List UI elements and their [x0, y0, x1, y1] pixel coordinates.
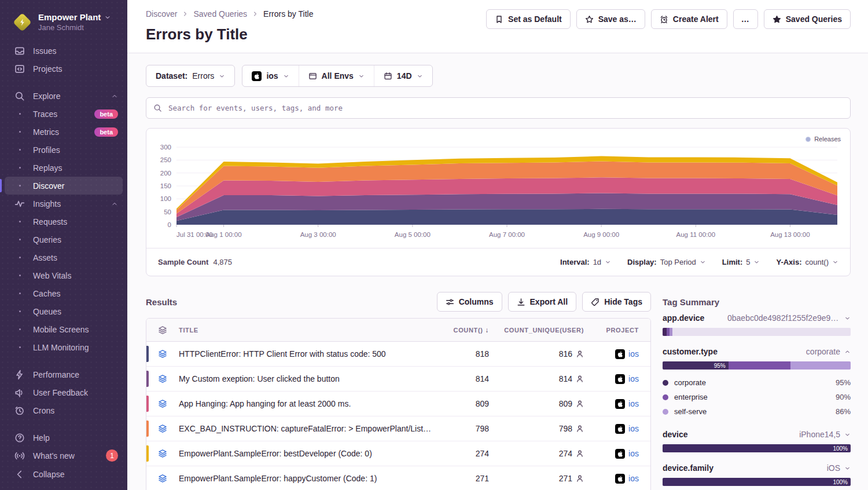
layers-icon [158, 326, 167, 335]
tag-value-row[interactable]: self-serve86% [663, 404, 851, 419]
environment-filter-value: All Envs [322, 71, 354, 81]
sidebar-item-insights[interactable]: Insights [0, 195, 127, 213]
table-row[interactable]: App Hanging: App hanging for at least 20… [146, 392, 650, 416]
layers-icon[interactable] [158, 349, 167, 359]
star-filled-icon [773, 15, 781, 24]
beta-badge: beta [94, 127, 118, 137]
sidebar-item-discover[interactable]: Discover [5, 177, 123, 195]
sidebar-item-requests[interactable]: Requests [0, 213, 127, 231]
column-count-unique[interactable]: COUNT_UNIQUE(USER) [497, 327, 593, 334]
tag-distribution-bar[interactable] [663, 328, 851, 336]
create-alert-button[interactable]: Create Alert [651, 9, 727, 29]
org-switcher[interactable]: Empower Plant Jane Schmidt [0, 8, 127, 42]
tag-section-header[interactable]: device.familyiOS [663, 463, 851, 473]
stacked-area-chart[interactable]: 050100150200250300Jul 31 00:00Aug 1 00:0… [146, 129, 850, 248]
dataset-selector[interactable]: Dataset: Errors [146, 65, 234, 86]
issues-icon [14, 46, 25, 56]
layers-icon[interactable] [158, 424, 167, 433]
tag-value-row[interactable]: enterprise90% [663, 390, 851, 404]
set-as-default-button[interactable]: Set as Default [486, 9, 571, 29]
row-project[interactable]: ios [593, 349, 650, 359]
sidebar-item-explore[interactable]: Explore [0, 87, 127, 105]
row-project[interactable]: ios [593, 449, 650, 459]
export-all-button[interactable]: Export All [508, 292, 577, 312]
sidebar-item-what-s-new[interactable]: What's new1 [0, 447, 127, 465]
search-input[interactable] [167, 103, 843, 113]
row-title[interactable]: EXC_BAD_INSTRUCTION: captureFatalError: … [179, 424, 433, 433]
sidebar-item-mobile-screens[interactable]: Mobile Screens [0, 320, 127, 338]
tag-section-header[interactable]: customer.typecorporate [663, 347, 851, 356]
row-project[interactable]: ios [593, 474, 650, 484]
table-row[interactable]: EmpowerPlant.SampleError: happyCustomer … [146, 466, 650, 490]
display-dropdown[interactable]: Display: Top Period [627, 258, 706, 266]
sidebar-item-metrics[interactable]: Metricsbeta [0, 123, 127, 141]
sidebar-item-assets[interactable]: Assets [0, 248, 127, 266]
breadcrumb-discover[interactable]: Discover [146, 9, 177, 19]
table-row[interactable]: EmpowerPlant.SampleError: bestDeveloper … [146, 441, 650, 466]
yaxis-dropdown[interactable]: Y-Axis: count() [776, 258, 838, 266]
date-range-filter[interactable]: 14D [374, 65, 432, 86]
sidebar-item-projects[interactable]: Projects [0, 60, 127, 78]
sidebar-item-web-vitals[interactable]: Web Vitals [0, 266, 127, 284]
row-title[interactable]: EmpowerPlant.SampleError: bestDeveloper … [179, 449, 433, 458]
sidebar-item-crons[interactable]: Crons [0, 401, 127, 419]
sidebar-item-issues[interactable]: Issues [0, 42, 127, 60]
sidebar-item-user-feedback[interactable]: User Feedback [0, 383, 127, 401]
layers-icon[interactable] [158, 449, 167, 458]
row-title[interactable]: HTTPClientError: HTTP Client Error with … [179, 349, 433, 359]
table-row[interactable]: HTTPClientError: HTTP Client Error with … [146, 342, 650, 367]
saved-queries-button[interactable]: Saved Queries [764, 9, 851, 29]
row-project[interactable]: ios [593, 374, 650, 384]
sidebar-item-traces[interactable]: Tracesbeta [0, 105, 127, 123]
interval-dropdown[interactable]: Interval: 1d [560, 258, 611, 266]
tag-value-row[interactable]: corporate95% [663, 375, 851, 390]
tag-section-header[interactable]: app.device0baebc0de4982f1255f2e9e9fb7… [663, 313, 851, 323]
sidebar-item-label: Mobile Screens [33, 325, 89, 334]
row-title[interactable]: App Hanging: App hanging for at least 20… [179, 399, 433, 408]
sidebar-item-profiles[interactable]: Profiles [0, 141, 127, 159]
layers-icon[interactable] [158, 474, 167, 483]
results-title: Results [146, 297, 177, 307]
table-row[interactable]: EXC_BAD_INSTRUCTION: captureFatalError: … [146, 416, 650, 441]
layers-icon[interactable] [158, 399, 167, 408]
sidebar-item-queues[interactable]: Queues [0, 302, 127, 320]
column-title[interactable]: TITLE [179, 327, 433, 334]
row-title[interactable]: My Custom exeption: User clicked the but… [179, 374, 433, 383]
breadcrumb-saved-queries[interactable]: Saved Queries [193, 9, 247, 19]
row-project[interactable]: ios [593, 399, 650, 409]
tag-distribution-bar[interactable]: 100% [663, 478, 851, 486]
more-options-button[interactable]: … [733, 9, 758, 29]
sidebar-item-llm-monitoring[interactable]: LLM Monitoring [0, 338, 127, 356]
svg-text:Aug 3 00:00: Aug 3 00:00 [300, 231, 336, 238]
tag-section-header[interactable]: deviceiPhone14,5 [663, 430, 851, 439]
environment-filter[interactable]: All Envs [299, 65, 374, 86]
alarm-icon [660, 15, 668, 24]
row-project[interactable]: ios [593, 424, 650, 434]
sidebar-item-queries[interactable]: Queries [0, 231, 127, 248]
layers-icon[interactable] [158, 374, 167, 383]
save-as-button[interactable]: Save as… [576, 9, 645, 29]
columns-button[interactable]: Columns [437, 292, 502, 312]
sidebar-item-replays[interactable]: Replays [0, 159, 127, 177]
column-count[interactable]: COUNT() ↓ [433, 326, 497, 334]
sidebar-item-label: Queries [33, 235, 61, 244]
chart-legend[interactable]: Releases [806, 136, 841, 142]
sidebar-item-help[interactable]: Help [0, 429, 127, 447]
project-link: ios [628, 374, 639, 383]
row-title[interactable]: EmpowerPlant.SampleError: happyCustomer … [179, 474, 433, 483]
sidebar-item-caches[interactable]: Caches [0, 284, 127, 302]
row-count-unique: 816 [497, 349, 593, 359]
tag-distribution-bar[interactable]: 100% [663, 444, 851, 452]
chevron-down-icon [753, 259, 760, 265]
tag-distribution-bar[interactable]: 95% [663, 361, 851, 370]
page-title: Errors by Title [146, 25, 313, 43]
hide-tags-button[interactable]: Hide Tags [582, 292, 651, 312]
table-row[interactable]: My Custom exeption: User clicked the but… [146, 367, 650, 392]
header-actions: Set as Default Save as… Create Alert … S… [486, 9, 851, 29]
project-filter[interactable]: ios [242, 65, 298, 86]
limit-dropdown[interactable]: Limit: 5 [722, 258, 760, 266]
project-link: ios [628, 399, 639, 408]
sidebar-collapse-button[interactable]: Collapse [0, 465, 127, 483]
column-project[interactable]: PROJECT [593, 327, 650, 334]
sidebar-item-performance[interactable]: Performance [0, 365, 127, 383]
